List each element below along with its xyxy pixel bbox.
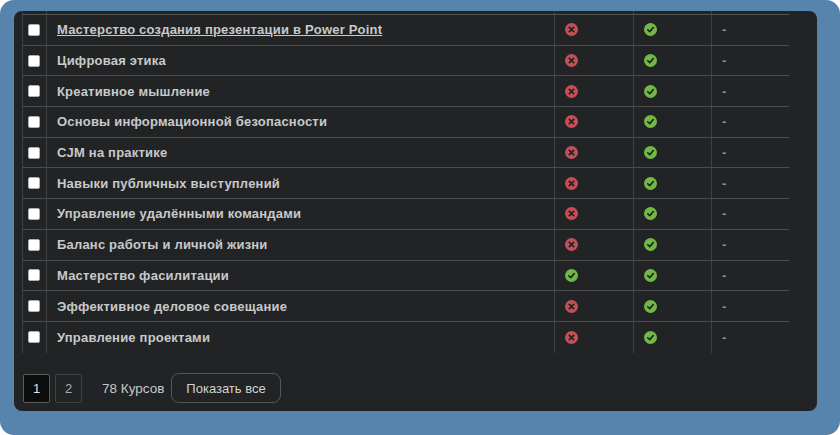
course-link[interactable]: Мастерство создания презентации в Power … bbox=[57, 22, 382, 37]
course-link[interactable]: Мастерство фасилитации bbox=[57, 268, 229, 283]
course-link[interactable]: Управление проектами bbox=[57, 330, 210, 345]
empty-value: - bbox=[722, 330, 726, 345]
screenshot: Мастерство создания презентации в Power … bbox=[0, 0, 840, 435]
row-checkbox[interactable] bbox=[28, 55, 40, 67]
page-button-2[interactable]: 2 bbox=[55, 374, 82, 403]
course-name-cell: CJM на практике bbox=[47, 138, 555, 168]
empty-value: - bbox=[722, 114, 726, 129]
course-name-cell: Баланс работы и личной жизни bbox=[47, 230, 555, 260]
course-name-cell: Управление проектами bbox=[47, 322, 555, 353]
circle-xmark-icon bbox=[565, 115, 578, 128]
status1-cell bbox=[555, 138, 634, 168]
empty-value: - bbox=[722, 299, 726, 314]
row-checkbox[interactable] bbox=[28, 239, 40, 251]
table-row: Навыки публичных выступлений - bbox=[23, 168, 789, 199]
empty-value: - bbox=[722, 206, 726, 221]
status1-cell bbox=[555, 261, 634, 291]
extra-cell: - bbox=[712, 322, 789, 353]
status1-cell bbox=[555, 199, 634, 229]
row-checkbox[interactable] bbox=[28, 177, 40, 189]
table-row: Управление проектами - bbox=[23, 322, 789, 353]
checkbox-cell bbox=[23, 199, 47, 229]
course-link[interactable]: Навыки публичных выступлений bbox=[57, 176, 280, 191]
checkbox-cell bbox=[23, 138, 47, 168]
status1-cell bbox=[555, 107, 634, 137]
extra-cell: - bbox=[712, 107, 789, 137]
empty-value: - bbox=[722, 145, 726, 160]
checkbox-cell bbox=[23, 15, 47, 45]
circle-check-icon bbox=[644, 238, 657, 251]
table-row: Баланс работы и личной жизни - bbox=[23, 230, 789, 261]
checkbox-cell bbox=[23, 168, 47, 198]
checkbox-cell bbox=[23, 107, 47, 137]
circle-check-icon bbox=[644, 177, 657, 190]
extra-cell: - bbox=[712, 199, 789, 229]
row-checkbox[interactable] bbox=[28, 24, 40, 36]
circle-check-icon bbox=[644, 85, 657, 98]
checkbox-cell bbox=[23, 261, 47, 291]
table-row: Креативное мышление - bbox=[23, 76, 789, 107]
empty-value: - bbox=[722, 84, 726, 99]
course-name-cell: Управление удалёнными командами bbox=[47, 199, 555, 229]
status2-cell bbox=[634, 199, 712, 229]
circle-xmark-icon bbox=[565, 23, 578, 36]
table-row: Мастерство создания презентации в Power … bbox=[23, 15, 789, 46]
status2-cell bbox=[634, 107, 712, 137]
page-button-1[interactable]: 1 bbox=[23, 374, 50, 403]
course-link[interactable]: CJM на практике bbox=[57, 145, 167, 160]
course-link[interactable]: Эффективное деловое совещание bbox=[57, 299, 287, 314]
status1-cell bbox=[555, 322, 634, 353]
row-checkbox[interactable] bbox=[28, 269, 40, 281]
empty-value: - bbox=[722, 268, 726, 283]
circle-xmark-icon bbox=[565, 54, 578, 67]
circle-xmark-icon bbox=[565, 146, 578, 159]
status2-cell bbox=[634, 76, 712, 106]
table-row: Эффективное деловое совещание - bbox=[23, 291, 789, 322]
checkbox-cell bbox=[23, 291, 47, 321]
row-checkbox[interactable] bbox=[28, 147, 40, 159]
checkbox-cell bbox=[23, 230, 47, 260]
circle-check-icon bbox=[644, 115, 657, 128]
course-link[interactable]: Баланс работы и личной жизни bbox=[57, 237, 268, 252]
course-count-label: 78 Курсов bbox=[102, 381, 164, 396]
circle-check-icon bbox=[644, 54, 657, 67]
circle-xmark-icon bbox=[565, 238, 578, 251]
circle-xmark-icon bbox=[565, 207, 578, 220]
checkbox-cell bbox=[23, 76, 47, 106]
status2-cell bbox=[634, 46, 712, 76]
circle-xmark-icon bbox=[565, 85, 578, 98]
circle-xmark-icon bbox=[565, 331, 578, 344]
status1-cell bbox=[555, 291, 634, 321]
course-name-cell: Навыки публичных выступлений bbox=[47, 168, 555, 198]
empty-value: - bbox=[722, 53, 726, 68]
course-link[interactable]: Креативное мышление bbox=[57, 84, 210, 99]
row-checkbox[interactable] bbox=[28, 85, 40, 97]
circle-xmark-icon bbox=[565, 300, 578, 313]
empty-value: - bbox=[722, 22, 726, 37]
row-checkbox[interactable] bbox=[28, 300, 40, 312]
status2-cell bbox=[634, 15, 712, 45]
circle-check-icon bbox=[565, 269, 578, 282]
content-panel: Мастерство создания презентации в Power … bbox=[14, 11, 817, 411]
status1-cell bbox=[555, 230, 634, 260]
course-link[interactable]: Основы информационной безопасности bbox=[57, 114, 327, 129]
table-row: Мастерство фасилитации - bbox=[23, 261, 789, 292]
show-all-button[interactable]: Показать все bbox=[171, 373, 280, 403]
extra-cell: - bbox=[712, 46, 789, 76]
circle-check-icon bbox=[644, 331, 657, 344]
row-checkbox[interactable] bbox=[28, 116, 40, 128]
course-link[interactable]: Цифровая этика bbox=[57, 53, 166, 68]
row-checkbox[interactable] bbox=[28, 208, 40, 220]
course-link[interactable]: Управление удалёнными командами bbox=[57, 206, 301, 221]
status2-cell bbox=[634, 230, 712, 260]
table-row: Основы информационной безопасности - bbox=[23, 107, 789, 138]
row-checkbox[interactable] bbox=[28, 331, 40, 343]
status2-cell bbox=[634, 168, 712, 198]
status1-cell bbox=[555, 76, 634, 106]
course-name-cell: Креативное мышление bbox=[47, 76, 555, 106]
course-table: Мастерство создания презентации в Power … bbox=[22, 11, 789, 353]
empty-value: - bbox=[722, 176, 726, 191]
extra-cell: - bbox=[712, 138, 789, 168]
course-name-cell: Цифровая этика bbox=[47, 46, 555, 76]
checkbox-cell bbox=[23, 46, 47, 76]
